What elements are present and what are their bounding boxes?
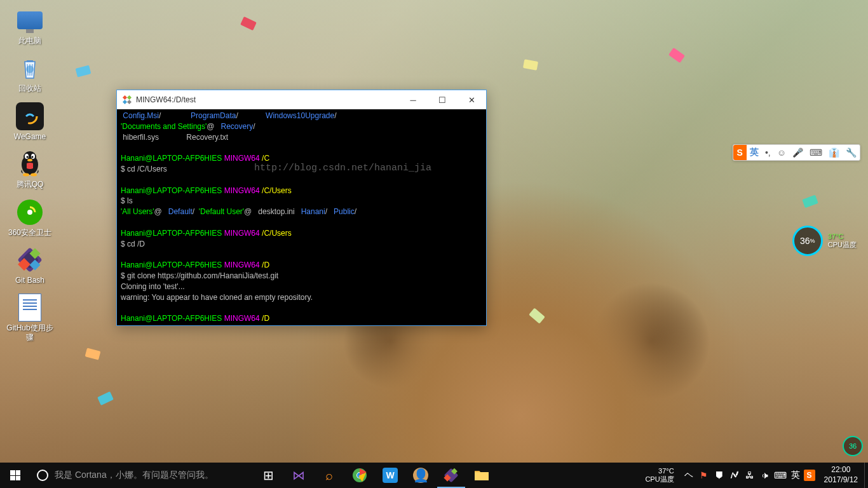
icon-label: 腾讯QQ bbox=[17, 180, 44, 189]
system-tray: ヘ ⚑ ⛊ 🗲 🖧 🕩 ⌨ 英 S bbox=[679, 463, 818, 488]
taskbar-clock[interactable]: 22:00 2017/9/12 bbox=[818, 465, 864, 485]
tray-battery-icon[interactable]: 🗲 bbox=[728, 463, 742, 488]
taskbar-app-chrome[interactable] bbox=[344, 463, 375, 488]
taskbar-app-avatar[interactable]: 👤 bbox=[405, 463, 436, 488]
ime-language[interactable]: 英 bbox=[747, 145, 762, 160]
icon-label: GitHub使用步骤 bbox=[6, 323, 53, 342]
ime-mic-icon[interactable]: 🎤 bbox=[789, 145, 806, 160]
terminal-app-icon bbox=[122, 95, 132, 105]
recycle-bin-icon bbox=[16, 54, 44, 82]
desktop-icon-this-pc[interactable]: 此电脑 bbox=[6, 6, 53, 45]
tray-lang[interactable]: 英 bbox=[789, 463, 803, 488]
show-desktop-button[interactable] bbox=[864, 463, 868, 488]
taskbar-cpu-temp[interactable]: 37°C CPU温度 bbox=[645, 467, 679, 484]
terminal-window[interactable]: MINGW64:/D/test ─ ☐ ✕ Config.Msi/ Progra… bbox=[116, 90, 487, 326]
ime-toolbar[interactable]: S 英 •, ☺ 🎤 ⌨ 👔 🔧 bbox=[733, 144, 860, 161]
desktop-icon-recycle-bin[interactable]: 回收站 bbox=[6, 54, 53, 93]
tray-flag-icon[interactable]: ⚑ bbox=[697, 463, 711, 488]
tray-shield-icon[interactable]: ⛊ bbox=[712, 463, 726, 488]
document-icon bbox=[16, 294, 44, 322]
tray-sogou-icon[interactable]: S bbox=[804, 470, 815, 481]
cortana-icon bbox=[37, 470, 48, 481]
ime-skin-icon[interactable]: 👔 bbox=[825, 145, 843, 160]
ime-logo-icon[interactable]: S bbox=[733, 145, 747, 160]
ime-keyboard-icon[interactable]: ⌨ bbox=[806, 145, 825, 160]
svg-point-8 bbox=[27, 159, 32, 161]
icon-label: WeGame bbox=[14, 132, 46, 141]
svg-rect-21 bbox=[127, 100, 132, 104]
qq-icon bbox=[16, 150, 44, 178]
taskbar: 我是 Cortana，小娜。有问题尽管问我。 ⊞ ⋈ ⌕ W 👤 37°C CP… bbox=[0, 463, 868, 488]
taskbar-app-vs[interactable]: ⋈ bbox=[283, 463, 314, 488]
desktop-icon-qq[interactable]: 腾讯QQ bbox=[6, 150, 53, 189]
taskbar-app-taskview[interactable]: ⊞ bbox=[253, 463, 283, 488]
cpu-widget[interactable]: 36% 37°C CPU温度 bbox=[792, 226, 857, 256]
minimize-button[interactable]: ─ bbox=[398, 90, 428, 109]
chrome-icon bbox=[351, 467, 368, 484]
svg-rect-19 bbox=[127, 95, 132, 100]
taskbar-app-search[interactable]: ⌕ bbox=[314, 463, 344, 488]
folder-icon bbox=[473, 467, 490, 484]
svg-point-9 bbox=[23, 173, 29, 177]
svg-rect-18 bbox=[123, 95, 127, 100]
svg-point-6 bbox=[27, 156, 29, 158]
avatar-icon: 👤 bbox=[413, 468, 428, 483]
start-button[interactable] bbox=[0, 463, 31, 488]
tray-volume-icon[interactable]: 🕩 bbox=[758, 463, 772, 488]
side-widget[interactable]: 36 bbox=[843, 436, 863, 456]
icon-label: 此电脑 bbox=[18, 36, 41, 45]
terminal-titlebar[interactable]: MINGW64:/D/test ─ ☐ ✕ bbox=[117, 90, 486, 109]
cortana-placeholder: 我是 Cortana，小娜。有问题尽管问我。 bbox=[55, 470, 214, 481]
svg-point-0 bbox=[26, 65, 34, 73]
icon-label: 回收站 bbox=[18, 84, 41, 93]
svg-point-7 bbox=[32, 156, 34, 158]
tray-up-icon[interactable]: ヘ bbox=[682, 463, 696, 488]
desktop-icon-360[interactable]: 360安全卫士 bbox=[6, 198, 53, 237]
svg-rect-20 bbox=[123, 100, 127, 104]
pc-icon bbox=[16, 6, 44, 34]
cpu-info: 37°C CPU温度 bbox=[828, 233, 857, 250]
windows-logo-icon bbox=[10, 470, 20, 480]
cpu-percent-circle: 36% bbox=[792, 226, 823, 256]
taskbar-app-explorer[interactable] bbox=[466, 463, 497, 488]
git-bash-icon bbox=[443, 467, 459, 484]
terminal-output[interactable]: Config.Msi/ ProgramData/ Windows10Upgrad… bbox=[117, 109, 486, 325]
taskbar-app-wps[interactable]: W bbox=[375, 463, 405, 488]
wps-icon: W bbox=[383, 468, 398, 483]
taskview-icon: ⊞ bbox=[260, 467, 276, 484]
svg-point-12 bbox=[27, 210, 32, 215]
terminal-title: MINGW64:/D/test bbox=[136, 95, 398, 104]
ime-punct-icon[interactable]: •, bbox=[762, 145, 774, 160]
close-button[interactable]: ✕ bbox=[457, 90, 486, 109]
taskbar-app-git[interactable] bbox=[436, 463, 466, 488]
svg-point-1 bbox=[23, 109, 37, 123]
taskbar-apps: ⊞ ⋈ ⌕ W 👤 bbox=[253, 463, 497, 488]
ime-emoji-icon[interactable]: ☺ bbox=[774, 145, 789, 160]
ime-tool-icon[interactable]: 🔧 bbox=[843, 145, 860, 160]
icon-label: Git Bash bbox=[15, 276, 44, 285]
desktop-icons: 此电脑 回收站 WeGame 腾讯QQ 360安全卫士 Git Bash Git… bbox=[6, 6, 53, 342]
git-bash-icon bbox=[16, 246, 44, 274]
wegame-icon bbox=[16, 102, 44, 130]
desktop-icon-wegame[interactable]: WeGame bbox=[6, 102, 53, 141]
360-icon bbox=[16, 198, 44, 226]
maximize-button[interactable]: ☐ bbox=[428, 90, 457, 109]
window-controls: ─ ☐ ✕ bbox=[398, 90, 486, 109]
tray-network-icon[interactable]: 🖧 bbox=[743, 463, 757, 488]
tray-ime-icon[interactable]: ⌨ bbox=[773, 463, 787, 488]
search-icon: ⌕ bbox=[321, 467, 337, 484]
svg-point-10 bbox=[31, 173, 37, 177]
cortana-search[interactable]: 我是 Cortana，小娜。有问题尽管问我。 bbox=[31, 463, 240, 488]
desktop-icon-git-bash[interactable]: Git Bash bbox=[6, 246, 53, 285]
visual-studio-icon: ⋈ bbox=[290, 467, 307, 484]
desktop-icon-github-doc[interactable]: GitHub使用步骤 bbox=[6, 294, 53, 342]
icon-label: 360安全卫士 bbox=[8, 228, 51, 237]
